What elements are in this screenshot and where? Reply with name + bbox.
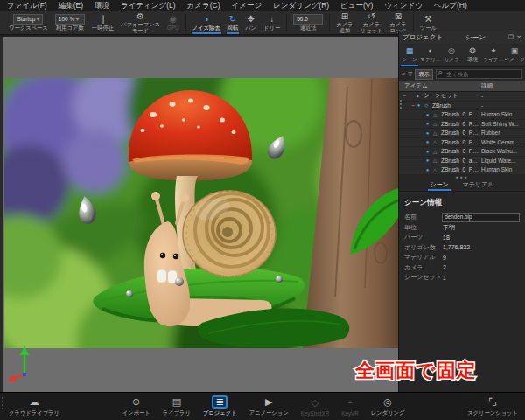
panel-tab[interactable]: ◐ マテリ…	[420, 44, 441, 66]
filter-funnel-icon[interactable]: ▽	[408, 71, 412, 78]
toolbar-button[interactable]: Startup ワークスペース	[5, 11, 52, 34]
ribbon-button[interactable]: ▤ ライブラリ	[163, 396, 191, 417]
visibility-eye-icon[interactable]: ●	[426, 112, 431, 117]
visibility-eye-icon[interactable]: ●	[417, 102, 423, 108]
menu-item[interactable]: イメージ	[232, 1, 262, 11]
info-label: 名前	[404, 213, 442, 221]
ribbon-icon: ☁	[26, 396, 42, 409]
toolbar-button[interactable]: ↺ カメラ リセット	[357, 11, 387, 34]
visibility-eye-icon[interactable]: ●	[426, 121, 431, 126]
ribbon-button[interactable]: ▶ アニメーション	[249, 396, 289, 417]
close-icon[interactable]: ✕	[516, 34, 522, 41]
panel-tab[interactable]: ✦ ライテ…	[483, 44, 504, 66]
column-item: アイテム	[399, 82, 481, 90]
toolbar-button[interactable]: ↓ ドリー	[260, 11, 284, 34]
tree-row[interactable]: ● △ ZBrush_0_PM3... Black Walnu...	[399, 147, 525, 156]
panel-tab[interactable]: ▦ シーン	[399, 44, 420, 66]
collapse-all-icon[interactable]: »	[402, 71, 405, 77]
toolbar-button[interactable]	[329, 14, 330, 32]
realtime-viewport[interactable]	[0, 35, 398, 392]
ribbon-button[interactable]: ⊕ インポート	[122, 396, 150, 417]
node-type-icon: △	[433, 130, 439, 136]
toolbar-button[interactable]: 100 % 利用コア数	[52, 11, 88, 34]
annotation-text: 全画面で固定	[355, 358, 477, 384]
toolbar-icon: ◉	[169, 15, 177, 24]
info-value: 1,776,832	[443, 244, 470, 250]
tree-row[interactable]: ● △ ZBrush_0_ame_... Liquid Wate...	[399, 157, 525, 165]
toolbar-button[interactable]: ⚙ パフォーマンス モード	[117, 11, 164, 34]
panel-tab[interactable]: ❂ 環境	[462, 44, 483, 66]
ribbon-button[interactable]: ≣ プロジェクト	[203, 396, 237, 417]
toolbar-button[interactable]: ✥ パン	[242, 11, 260, 34]
toolbar-button[interactable]: ∥ 一時停止	[88, 11, 117, 34]
ribbon-label: レンダリング	[371, 410, 405, 417]
tree-row[interactable]: ● △ ZBrush_0_Reco... Soft Shiny W...	[399, 120, 525, 129]
tree-row[interactable]: ● △ ZBrush_0_PM3... Human Skin	[399, 110, 525, 119]
ribbon-button[interactable]: ☁ クラウドライブラリ	[9, 396, 60, 417]
toolbar-button[interactable]	[186, 14, 186, 32]
menu-item[interactable]: ヘルプ(H)	[434, 1, 467, 11]
info-value: 2	[443, 264, 446, 270]
info-value: 18	[443, 234, 450, 241]
ribbon-button[interactable]: ◎ レンダリング	[371, 396, 405, 417]
info-value: 不明	[443, 223, 455, 232]
toolbar-button[interactable]: ↻ 回転	[224, 11, 242, 34]
info-label: マテリアル	[404, 253, 443, 262]
display-dropdown[interactable]: 表示	[415, 69, 433, 80]
search-input[interactable]	[436, 69, 522, 79]
toolbar-icon: ◑	[204, 15, 209, 24]
toolbar-value-box[interactable]: 100 %	[55, 14, 85, 24]
menu-item[interactable]: レンダリング(R)	[273, 1, 329, 11]
undock-icon[interactable]: ❐	[508, 34, 514, 41]
axis-gizmo	[7, 345, 42, 383]
toolbar-value-box[interactable]: Startup	[13, 14, 43, 24]
ribbon-label: KeyShotXR	[301, 410, 330, 416]
expand-toggle[interactable]: −	[410, 102, 416, 108]
panel-resize-grip[interactable]	[400, 100, 402, 108]
expand-toggle[interactable]: −	[402, 93, 407, 99]
toolbar-button[interactable]	[413, 14, 414, 32]
toolbar-icon: ↓	[270, 15, 274, 24]
ribbon-button[interactable]: ⌜⌟ スクリーンショット	[467, 396, 518, 417]
tree-row[interactable]: − ● ◇ ZBrush -	[399, 102, 525, 110]
tree-row[interactable]: ● △ ZBrush_0_Extra... White Ceram...	[399, 138, 525, 147]
info-label: カメラ	[404, 263, 443, 272]
node-material: -	[481, 93, 523, 99]
toolbar-label: 利用コア数	[56, 25, 84, 32]
visibility-eye-icon[interactable]: ●	[426, 158, 431, 163]
subtab[interactable]: マテリアル	[461, 180, 496, 191]
tree-row[interactable]: ● △ ZBrush_0_PM3... Human Skin	[399, 165, 525, 174]
toolbar-value-box[interactable]: 50.0	[293, 14, 323, 24]
toolbar-button[interactable]: ⊞ カメラ 追加	[332, 11, 356, 34]
node-label: ZBrush_0_PM3...	[441, 148, 480, 154]
menu-item[interactable]: カメラ(C)	[187, 1, 220, 11]
menu-item[interactable]: 環境	[94, 1, 109, 11]
toolbar-label: パン	[245, 25, 256, 32]
visibility-eye-icon[interactable]: ●	[426, 130, 431, 136]
toolbar-button[interactable]	[286, 14, 287, 32]
tree-row[interactable]: − ✦ シーンセット -	[399, 92, 525, 101]
render-image[interactable]	[4, 78, 398, 348]
tree-row[interactable]: ● △ ZBrush_0_Reco... Rubber	[399, 129, 525, 137]
toolbar-button[interactable]: 50.0 遠近法	[290, 11, 326, 34]
toolbar-button[interactable]: ◑ ノイズ除去	[189, 11, 224, 34]
menu-item[interactable]: ライティング(L)	[121, 1, 176, 11]
panel-tab-label: 環境	[467, 56, 478, 64]
subtab[interactable]: シーン	[428, 180, 450, 191]
visibility-eye-icon[interactable]: ●	[426, 149, 431, 154]
visibility-eye-icon[interactable]: ●	[426, 167, 431, 172]
panel-tab[interactable]: ▣ イメージ	[504, 44, 525, 66]
node-type-icon: △	[433, 139, 439, 144]
window-edge-handle	[0, 37, 4, 392]
visibility-eye-icon[interactable]: ●	[426, 139, 431, 144]
toolbar-icon: ∥	[101, 15, 105, 24]
panel-tab-label: シーン	[402, 56, 417, 64]
filter-row: » ▽ 表示 ⚲	[399, 67, 525, 80]
menu-item[interactable]: 編集(E)	[59, 1, 83, 11]
scene-info-row: カメラ 2	[404, 262, 520, 273]
panel-tab[interactable]: ◎ カメラ	[441, 44, 462, 66]
menu-item[interactable]: ビュー(V)	[340, 1, 373, 11]
menu-item[interactable]: ウィンドウ	[384, 1, 423, 11]
menu-item[interactable]: ファイル(F)	[7, 1, 47, 11]
tree-table-header: アイテム 詳細	[399, 80, 525, 92]
